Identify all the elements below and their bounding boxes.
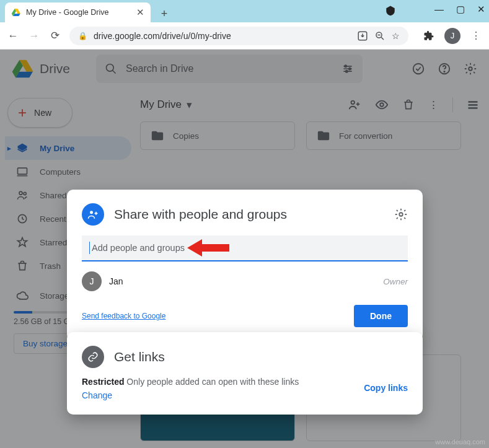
svg-point-19 — [90, 211, 93, 214]
window-maximize-button[interactable]: ▢ — [456, 4, 465, 15]
url-text: drive.google.com/drive/u/0/my-drive — [94, 31, 231, 41]
forward-button: → — [27, 30, 41, 42]
lock-icon: 🔒 — [78, 32, 87, 40]
url-field[interactable]: 🔒 drive.google.com/drive/u/0/my-drive ☆ — [69, 27, 408, 45]
new-tab-button[interactable]: + — [156, 5, 173, 22]
browser-tabstrip: My Drive - Google Drive ✕ + — ▢ ✕ — [0, 0, 489, 22]
browser-tab[interactable]: My Drive - Google Drive ✕ — [5, 2, 151, 22]
install-icon[interactable] — [357, 30, 368, 42]
reload-button[interactable]: ⟳ — [48, 29, 62, 42]
person-name: Jan — [109, 276, 123, 286]
share-settings-icon[interactable] — [394, 208, 408, 221]
share-title: Share with people and groups — [114, 207, 287, 222]
svg-point-20 — [399, 213, 403, 216]
link-icon — [82, 346, 104, 368]
tab-close-icon[interactable]: ✕ — [136, 7, 144, 18]
profile-avatar[interactable]: J — [444, 28, 460, 44]
person-avatar: J — [82, 271, 102, 291]
window-minimize-button[interactable]: — — [434, 4, 444, 15]
star-icon[interactable]: ☆ — [392, 31, 400, 41]
drive-app: Drive Search in Drive + New My Drive C — [0, 50, 489, 448]
links-title: Get links — [114, 349, 165, 364]
person-row: J Jan Owner — [82, 271, 408, 291]
window-close-button[interactable]: ✕ — [477, 4, 485, 15]
copy-links-button[interactable]: Copy links — [364, 383, 408, 393]
browser-menu-icon[interactable]: ⋮ — [469, 29, 483, 43]
zoom-icon[interactable] — [374, 30, 385, 42]
tab-title: My Drive - Google Drive — [26, 8, 108, 17]
input-placeholder: Add people and groups — [92, 243, 185, 253]
get-links-dialog: Get links Restricted Only people added c… — [67, 332, 423, 415]
cast-icon[interactable] — [385, 5, 396, 16]
extensions-icon[interactable] — [422, 29, 436, 43]
links-status: Restricted Only people added can open wi… — [82, 377, 364, 387]
drive-favicon — [11, 7, 21, 17]
person-role: Owner — [383, 277, 408, 286]
done-button[interactable]: Done — [354, 305, 408, 327]
share-icon — [82, 203, 104, 226]
address-bar: ← → ⟳ 🔒 drive.google.com/drive/u/0/my-dr… — [0, 22, 489, 50]
change-link[interactable]: Change — [82, 390, 112, 400]
watermark: www.deuaq.com — [435, 438, 485, 446]
send-feedback-link[interactable]: Send feedback to Google — [82, 312, 165, 320]
share-dialog: Share with people and groups Add people … — [67, 190, 423, 341]
add-people-input[interactable]: Add people and groups — [82, 235, 408, 261]
back-button[interactable]: ← — [6, 30, 20, 42]
